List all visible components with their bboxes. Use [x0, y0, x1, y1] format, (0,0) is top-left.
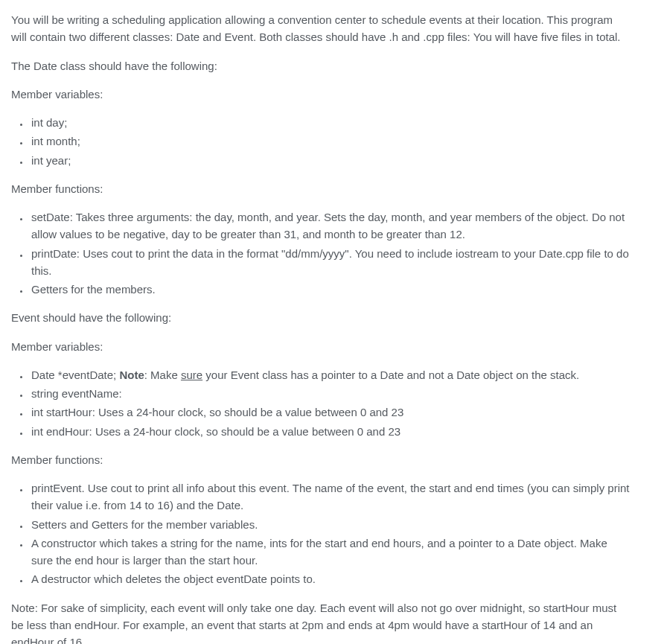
list-item: int startHour: Uses a 24-hour clock, so … [30, 404, 631, 421]
list-item: printDate: Uses cout to print the data i… [30, 245, 631, 280]
list-item: string eventName: [30, 385, 631, 402]
list-item: A constructor which takes a string for t… [30, 535, 631, 570]
sure-underline: sure [181, 369, 202, 381]
list-item: Setters and Getters for the member varia… [30, 516, 631, 533]
intro-paragraph: You will be writing a scheduling applica… [11, 11, 631, 46]
list-item: A destructor which deletes the object ev… [30, 570, 631, 587]
event-member-variables-list: Date *eventDate; Note: Make sure your Ev… [11, 366, 631, 440]
date-member-functions-list: setDate: Takes three arguments: the day,… [11, 208, 631, 298]
member-variables-heading: Member variables: [11, 86, 631, 103]
list-item: Date *eventDate; Note: Make sure your Ev… [30, 366, 631, 383]
date-member-variables-list: int day; int month; int year; [11, 114, 631, 169]
list-item: int day; [30, 114, 631, 131]
event-class-heading: Event should have the following: [11, 309, 631, 326]
list-item: int endHour: Uses a 24-hour clock, so sh… [30, 423, 631, 440]
text: your Event class has a pointer to a Date… [202, 369, 579, 381]
member-variables-heading: Member variables: [11, 338, 631, 355]
text: Date *eventDate; [31, 369, 119, 381]
list-item: int month; [30, 133, 631, 150]
list-item: Getters for the members. [30, 281, 631, 298]
list-item: printEvent. Use cout to print all info a… [30, 479, 631, 514]
list-item: setDate: Takes three arguments: the day,… [30, 208, 631, 243]
member-functions-heading: Member functions: [11, 180, 631, 197]
note-bold: Note [119, 369, 144, 381]
date-class-heading: The Date class should have the following… [11, 57, 631, 74]
text: : Make [144, 369, 181, 381]
list-item: int year; [30, 152, 631, 169]
member-functions-heading: Member functions: [11, 451, 631, 468]
event-member-functions-list: printEvent. Use cout to print all info a… [11, 479, 631, 588]
note-final-paragraph: Note: For sake of simplicity, each event… [11, 599, 631, 645]
